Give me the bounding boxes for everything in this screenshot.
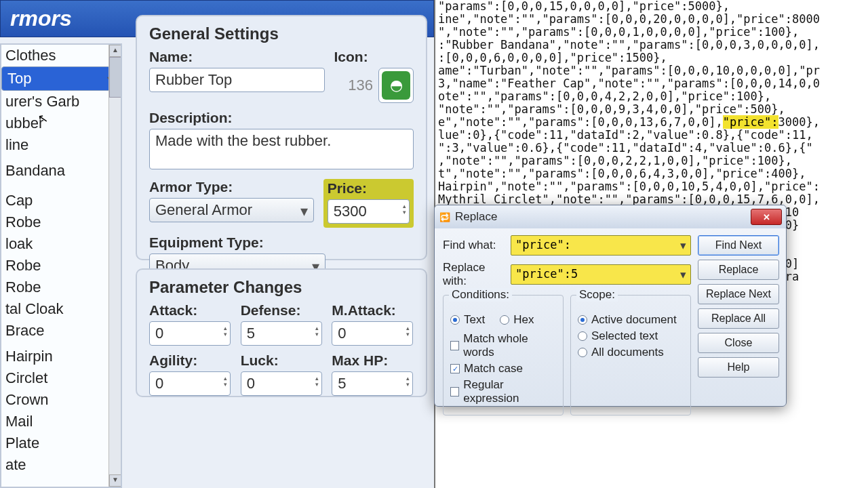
scope-group: Scope: Active document Selected text All… (570, 295, 691, 415)
selected-text-radio[interactable]: Selected text (578, 329, 684, 343)
name-input[interactable] (149, 68, 325, 92)
attack-label: Attack: (149, 302, 231, 319)
replace-all-button[interactable]: Replace All (698, 308, 779, 329)
list-item[interactable]: Robe (1, 277, 121, 298)
icon-picker[interactable]: ◓ (378, 68, 414, 103)
params-title: Parameter Changes (149, 278, 414, 297)
list-item[interactable]: Clothes (1, 45, 121, 66)
equip-type-label: Equipment Type: (149, 235, 414, 251)
defense-label: Defense: (241, 302, 323, 319)
price-label: Price: (328, 180, 410, 197)
list-item[interactable]: line (1, 134, 121, 156)
find-what-input[interactable]: "price": (511, 235, 691, 256)
whole-words-check[interactable]: Match whole words (450, 332, 556, 359)
armor-type-select[interactable]: General Armor (149, 198, 314, 222)
help-button[interactable]: Help (698, 357, 779, 378)
scope-title: Scope: (576, 288, 618, 302)
armor-icon: ◓ (382, 71, 410, 100)
list-item[interactable]: Robe (1, 255, 121, 277)
armor-list[interactable]: ClothesTopurer's GarbubberlineBandanaCap… (0, 43, 122, 488)
list-item[interactable]: ate (1, 454, 121, 476)
list-item[interactable]: Mail (1, 411, 121, 432)
list-item[interactable]: Cap (1, 190, 121, 211)
price-input[interactable]: 5300 (328, 199, 410, 224)
replace-icon: 🔁 (439, 211, 451, 223)
replace-with-input[interactable]: "price":5 (511, 264, 691, 285)
desc-input[interactable] (149, 129, 414, 169)
attack-input[interactable]: 0 (149, 321, 231, 346)
close-dlg-button[interactable]: Close (698, 333, 779, 353)
name-label: Name: (149, 49, 325, 65)
general-title: General Settings (149, 24, 414, 43)
scroll-down-icon[interactable]: ▼ (109, 474, 121, 487)
armor-type-label: Armor Type: (149, 179, 314, 195)
maxhp-input[interactable]: 5 (332, 371, 413, 396)
list-scrollbar[interactable]: ▲ ▼ (108, 45, 121, 487)
replace-button[interactable]: Replace (698, 260, 779, 280)
luck-label: Luck: (241, 352, 323, 369)
list-item[interactable]: Hairpin (1, 346, 121, 367)
find-next-button[interactable]: Find Next (698, 235, 779, 256)
list-item[interactable]: urer's Garb (1, 91, 121, 113)
maxhp-label: Max HP: (332, 352, 414, 369)
replace-dialog: 🔁 Replace ✕ Find what: "price": Replace … (434, 205, 787, 407)
list-item[interactable]: loak (1, 233, 121, 255)
conditions-title: Conditions: (449, 288, 512, 302)
close-button[interactable]: ✕ (751, 209, 782, 225)
list-item[interactable]: ubber (1, 113, 121, 134)
active-doc-radio[interactable]: Active document (578, 313, 684, 327)
icon-label: Icon: (334, 49, 368, 65)
matk-input[interactable]: 0 (332, 321, 413, 346)
scroll-thumb[interactable] (109, 57, 121, 98)
list-item[interactable]: Brace (1, 320, 121, 342)
find-what-label: Find what: (443, 239, 511, 252)
text-radio[interactable]: Text (450, 313, 485, 327)
defense-input[interactable]: 5 (241, 321, 322, 346)
param-changes-panel: Parameter Changes Attack:0 Defense:5 M.A… (136, 268, 427, 397)
agility-label: Agility: (149, 352, 231, 369)
replace-next-button[interactable]: Replace Next (698, 284, 779, 304)
list-item[interactable]: Bandana (1, 160, 121, 182)
regex-check[interactable]: Regular expression (450, 378, 556, 405)
list-item[interactable]: Plate (1, 432, 121, 454)
icon-index: 136 (348, 77, 373, 94)
dialog-title: Replace (455, 210, 497, 224)
hex-radio[interactable]: Hex (500, 313, 534, 327)
matk-label: M.Attack: (332, 302, 414, 319)
list-item[interactable]: Robe (1, 211, 121, 233)
conditions-group: Conditions: Text Hex Match whole words ✓… (443, 295, 564, 415)
luck-input[interactable]: 0 (241, 371, 322, 396)
list-item[interactable]: Top (1, 66, 121, 91)
general-settings-panel: General Settings Name: Icon: 136 ◓ Descr… (136, 15, 427, 260)
all-docs-radio[interactable]: All documents (578, 346, 684, 359)
list-item[interactable]: Crown (1, 389, 121, 411)
desc-label: Description: (149, 110, 414, 126)
replace-with-label: Replace with: (443, 261, 511, 288)
agility-input[interactable]: 0 (149, 371, 231, 396)
dialog-titlebar[interactable]: 🔁 Replace ✕ (435, 205, 786, 228)
match-case-check[interactable]: ✓Match case (450, 362, 556, 375)
list-item[interactable]: tal Cloak (1, 298, 121, 320)
scroll-up-icon[interactable]: ▲ (109, 45, 121, 57)
list-item[interactable]: Circlet (1, 367, 121, 389)
